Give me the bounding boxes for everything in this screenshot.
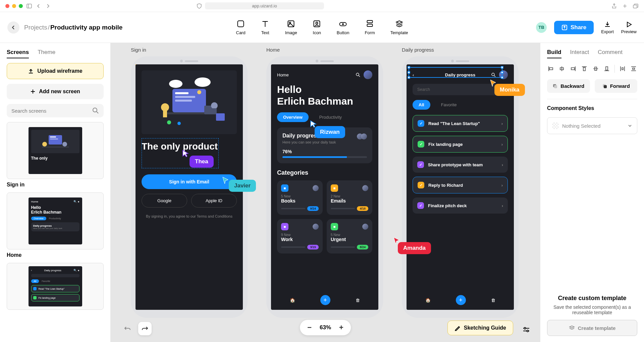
close-window[interactable] [5, 4, 9, 8]
undo-button[interactable] [121, 322, 134, 335]
tab-build[interactable]: Build [547, 49, 561, 58]
screen-daily[interactable]: Daily progress ‹ Daily progress Search A… [402, 56, 519, 318]
style-select[interactable]: Nothing Selected [547, 117, 637, 134]
daily-title: Daily progress [445, 72, 475, 77]
tab-screens[interactable]: Screens [7, 49, 29, 58]
align-left-icon[interactable] [547, 64, 554, 73]
category-card[interactable]: ■ 5 NewUrgent 8/24 [327, 219, 372, 253]
nav-trash-icon[interactable]: 🗑 [491, 298, 495, 303]
sketching-guide-button[interactable]: Sketching Guide [447, 321, 513, 335]
distribute-v-icon[interactable] [630, 64, 637, 73]
avatar[interactable] [499, 70, 508, 79]
tab-theme[interactable]: Theme [38, 49, 55, 58]
task-row[interactable]: ✓Fix landing page› [413, 136, 508, 153]
backward-button[interactable]: Backward [547, 79, 590, 93]
signin-heading: The only product [142, 141, 237, 152]
select-label: Nothing Selected [562, 123, 600, 129]
breadcrumb-root[interactable]: Projects [24, 24, 47, 31]
tool-card[interactable]: Card [236, 19, 245, 35]
tool-label: Form [365, 30, 375, 35]
tool-label: Image [285, 30, 297, 35]
nav-add-button[interactable]: + [320, 295, 330, 305]
category-card[interactable]: ■ 9 NewWork 3/15 [277, 219, 323, 253]
signin-google-button[interactable]: Google [142, 194, 187, 208]
zoom-in-button[interactable]: + [339, 323, 343, 332]
nav-home-icon[interactable]: 🏠 [290, 298, 295, 303]
minimize-window[interactable] [12, 4, 16, 8]
new-tab-icon[interactable] [622, 3, 628, 9]
right-tabs: Build Interact Comment [547, 49, 637, 58]
nav-trash-icon[interactable]: 🗑 [356, 298, 360, 303]
canvas-settings-icon[interactable] [523, 327, 530, 333]
svg-rect-66 [622, 68, 623, 70]
thumb-crumb: Home [31, 200, 38, 203]
share-icon[interactable] [611, 3, 617, 9]
align-center-v-icon[interactable] [592, 64, 599, 73]
daily-progress-card[interactable]: Daily progress Here you can see your dai… [277, 127, 372, 163]
tab-overview[interactable]: Overview [277, 112, 309, 122]
user-avatar-badge[interactable]: TB [536, 22, 547, 33]
add-screen-button[interactable]: Add new screen [7, 84, 104, 99]
share-button[interactable]: Share [554, 21, 594, 34]
tool-form[interactable]: Form [365, 19, 375, 35]
search-icon[interactable] [491, 72, 496, 77]
category-card[interactable]: ■ 5 NewBooks 9/24 [277, 180, 323, 215]
thumb-daily[interactable]: ‹Daily progress🔍 ● AllFavorite Read "The… [7, 263, 104, 310]
sidebar-toggle-icon[interactable] [26, 3, 32, 9]
nav-forward-icon[interactable] [45, 3, 51, 9]
tabs-icon[interactable] [633, 3, 639, 9]
zoom-out-button[interactable]: − [307, 323, 312, 332]
tool-image[interactable]: Image [285, 19, 297, 35]
shield-icon[interactable] [196, 3, 202, 9]
swatch-icon [552, 122, 559, 129]
nav-back-icon[interactable] [36, 3, 42, 9]
forward-button[interactable]: Forward [595, 79, 638, 93]
maximize-window[interactable] [19, 4, 23, 8]
back-arrow[interactable]: ‹ [413, 72, 414, 77]
canvas[interactable]: Sign in [111, 43, 540, 342]
back-button[interactable] [7, 21, 19, 34]
filter-all[interactable]: All [413, 100, 430, 110]
svg-rect-38 [163, 111, 167, 117]
tool-button[interactable]: Button [337, 19, 350, 35]
search-screens[interactable] [7, 104, 104, 117]
search-input[interactable] [11, 108, 90, 114]
thumb-signin[interactable]: The only Sign in [7, 122, 104, 188]
upload-wireframe-button[interactable]: Upload wireframe [7, 63, 104, 79]
zoom-level: 63% [320, 324, 331, 331]
task-row[interactable]: ✓Finalize pitch deck› [413, 197, 508, 214]
tab-interact[interactable]: Interact [570, 49, 589, 58]
redo-button[interactable] [138, 322, 152, 335]
tab-productivity[interactable]: Productivity [313, 112, 348, 122]
nav-add-button[interactable]: + [456, 295, 466, 305]
align-top-icon[interactable] [581, 64, 588, 73]
svg-line-21 [97, 112, 98, 113]
tool-text[interactable]: Text [261, 19, 270, 35]
create-template-button[interactable]: Create template [547, 320, 637, 336]
category-card[interactable]: ■ 2 NewEmails 4/18 [327, 180, 372, 215]
task-row[interactable]: ✓Share prototype with team› [413, 157, 508, 173]
filter-favorite[interactable]: Favorite [435, 100, 463, 110]
task-row[interactable]: ✓Read "The Lean Startup"› [413, 115, 508, 132]
screen-signin[interactable]: Sign in [131, 56, 248, 318]
url-field[interactable]: app.uizard.io [205, 2, 324, 9]
tool-template[interactable]: Template [390, 19, 408, 35]
thumb-home[interactable]: Home🔍 ● Hello Erlich Bachman OverviewPro… [7, 192, 104, 258]
nav-home-icon[interactable]: 🏠 [425, 298, 431, 303]
tab-comment[interactable]: Comment [598, 49, 623, 58]
svg-rect-71 [554, 85, 557, 88]
align-center-h-icon[interactable] [558, 64, 566, 73]
tool-icon[interactable]: Icon [313, 19, 321, 35]
align-bottom-icon[interactable] [603, 64, 611, 73]
screen-home[interactable]: Home Home HelloErlich Bachman Overview P… [266, 56, 383, 318]
search-icon[interactable] [356, 72, 360, 77]
svg-marker-17 [627, 22, 631, 27]
align-right-icon[interactable] [570, 64, 577, 73]
avatar[interactable] [364, 70, 372, 79]
signin-apple-button[interactable]: Apple ID [191, 194, 237, 208]
task-row[interactable]: ✓Reply to Richard› [413, 177, 508, 193]
svg-point-37 [161, 103, 169, 111]
distribute-h-icon[interactable] [619, 64, 626, 73]
preview-button[interactable]: Preview [621, 21, 637, 34]
export-button[interactable]: Export [601, 21, 614, 34]
